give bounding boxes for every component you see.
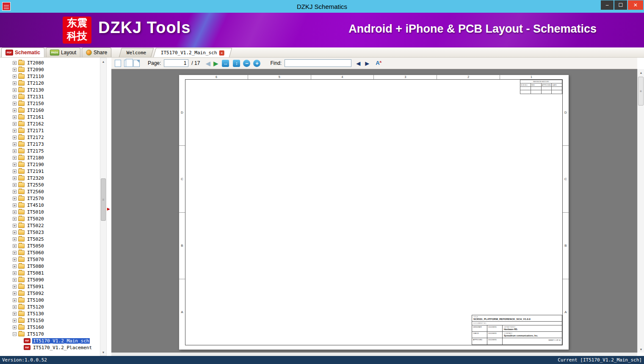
expand-icon[interactable]: +	[13, 278, 17, 282]
expand-icon[interactable]: +	[13, 231, 17, 234]
tree-folder-it2131[interactable]: +IT2131	[13, 93, 100, 100]
sidebar-scrollbar[interactable]: ▲ ≡ ▼	[100, 58, 107, 356]
expand-icon[interactable]: +	[13, 142, 17, 146]
tab-share[interactable]: Share	[82, 47, 111, 57]
expand-icon[interactable]: +	[13, 292, 17, 295]
tree-folder-it5092[interactable]: +IT5092	[13, 290, 100, 297]
expand-icon[interactable]: +	[13, 176, 17, 180]
fit-page-button[interactable]: ↕	[233, 60, 240, 67]
find-next-icon[interactable]: ▶	[365, 60, 369, 67]
tree-folder-it5010[interactable]: +IT5010	[13, 208, 100, 215]
tree-folder-it5025[interactable]: +IT5025	[13, 236, 100, 242]
tree-folder-it2161[interactable]: +IT2161	[13, 114, 100, 120]
expand-icon[interactable]: +	[13, 81, 17, 85]
tree-folder-it2162[interactable]: +IT2162	[13, 120, 100, 127]
expand-icon[interactable]: +	[13, 122, 17, 126]
tree-folder-it2130[interactable]: +IT2130	[13, 86, 100, 93]
tree-folder-it2080[interactable]: +IT2080	[13, 59, 100, 66]
expand-icon[interactable]: +	[13, 108, 17, 112]
tree-folder-it2110[interactable]: +IT2110	[13, 73, 100, 80]
expand-icon[interactable]: +	[13, 271, 17, 275]
tree-folder-it5150[interactable]: +IT5150	[13, 317, 100, 324]
tree-folder-it5023[interactable]: +IT5023	[13, 229, 100, 236]
minimize-button[interactable]: –	[601, 0, 614, 10]
font-size-icon[interactable]: Aa	[376, 60, 381, 66]
tree-folder-it2180[interactable]: +IT2180	[13, 154, 100, 161]
close-button[interactable]: ✕	[628, 0, 643, 10]
document-scrollbar[interactable]: ▲ ≡ ▼	[637, 69, 644, 353]
tree-folder-it2120[interactable]: +IT2120	[13, 80, 100, 86]
doc-tab-welcome[interactable]: Welcome	[119, 48, 154, 57]
scroll-up-icon[interactable]: ▲	[100, 58, 106, 65]
tree-folder-it2550[interactable]: +IT2550	[13, 181, 100, 188]
expand-icon[interactable]: +	[13, 203, 17, 207]
expand-icon[interactable]: +	[13, 244, 17, 248]
expand-icon[interactable]: +	[13, 183, 17, 187]
expand-icon[interactable]: +	[13, 305, 17, 309]
tree-folder-it5091[interactable]: +IT5091	[13, 283, 100, 290]
multi-page-view-icon[interactable]	[133, 60, 140, 67]
expand-icon[interactable]: +	[13, 169, 17, 173]
expand-icon[interactable]: +	[13, 217, 17, 221]
fit-width-button[interactable]: ↔	[222, 60, 229, 67]
tab-layout[interactable]: PADS Layout	[46, 47, 80, 57]
scroll-down-icon[interactable]: ▼	[100, 349, 106, 356]
zoom-in-button[interactable]: +	[253, 60, 260, 67]
tree-folder-it5020[interactable]: +IT5020	[13, 215, 100, 222]
tree-folder-it5090[interactable]: +IT5090	[13, 276, 100, 283]
tree-folder-it2150[interactable]: +IT2150	[13, 100, 100, 107]
expand-icon[interactable]: +	[13, 264, 17, 268]
tree-folder-it2173[interactable]: +IT2173	[13, 141, 100, 147]
expand-icon[interactable]: +	[13, 115, 17, 119]
expand-icon[interactable]: +	[13, 325, 17, 329]
expand-icon[interactable]: +	[13, 319, 17, 322]
expand-icon[interactable]: +	[13, 210, 17, 214]
expand-icon[interactable]: +	[13, 197, 17, 200]
expand-icon[interactable]: +	[13, 298, 17, 302]
tree-folder-it2320[interactable]: +IT2320	[13, 175, 100, 181]
tree-folder-it2160[interactable]: +IT2160	[13, 107, 100, 114]
tree-folder-it2560[interactable]: +IT2560	[13, 188, 100, 195]
maximize-button[interactable]: ☐	[614, 0, 627, 10]
doc-tab-it5170-main-sch[interactable]: IT5170_V1.2_Main_sch ×	[153, 48, 232, 57]
tree-folder-it5080[interactable]: +IT5080	[13, 263, 100, 270]
tree-file-it5170_v1.2_placement[interactable]: PDFIT5170_V1.2_Placement	[13, 344, 100, 351]
tree-file-it5170_v1.2_main_sch[interactable]: PDFIT5170_V1.2_Main_sch	[13, 337, 100, 344]
tree-folder-it2090[interactable]: +IT2090	[13, 66, 100, 73]
expand-icon[interactable]: +	[13, 237, 17, 241]
collapse-icon[interactable]: −	[13, 332, 17, 336]
expand-icon[interactable]: +	[13, 251, 17, 255]
tree-folder-it5070[interactable]: +IT5070	[13, 256, 100, 263]
tree-folder-it4510[interactable]: +IT4510	[13, 202, 100, 208]
tree-folder-it5100[interactable]: +IT5100	[13, 297, 100, 303]
tree-folder-it5050[interactable]: +IT5050	[13, 242, 100, 249]
tree-folder-it5060[interactable]: +IT5060	[13, 249, 100, 256]
next-page-button[interactable]: ▶	[213, 60, 218, 67]
sidebar-collapse-arrow-icon[interactable]: ▶	[107, 207, 110, 211]
expand-icon[interactable]: +	[13, 149, 17, 153]
expand-icon[interactable]: +	[13, 156, 17, 160]
expand-icon[interactable]: +	[13, 129, 17, 133]
tab-schematic[interactable]: PDF Schematic	[1, 47, 44, 57]
zoom-out-button[interactable]: −	[243, 60, 250, 67]
tree-folder-it2175[interactable]: +IT2175	[13, 147, 100, 154]
expand-icon[interactable]: +	[13, 258, 17, 261]
tree-folder-it5120[interactable]: +IT5120	[13, 303, 100, 310]
tree-folder-it5170[interactable]: −IT5170	[13, 331, 100, 337]
two-page-view-icon[interactable]	[124, 60, 130, 67]
page-number-input[interactable]	[164, 59, 188, 67]
expand-icon[interactable]: +	[13, 190, 17, 194]
single-page-view-icon[interactable]	[115, 60, 121, 67]
expand-icon[interactable]: +	[13, 95, 17, 99]
sidebar-scrollbar-thumb[interactable]: ≡	[101, 178, 106, 221]
tree-folder-it5130[interactable]: +IT5130	[13, 310, 100, 317]
tree-folder-it5081[interactable]: +IT5081	[13, 270, 100, 276]
scroll-up-icon[interactable]: ▲	[638, 69, 644, 76]
expand-icon[interactable]: +	[13, 163, 17, 167]
expand-icon[interactable]: +	[13, 285, 17, 289]
document-area[interactable]: 654321 DCBA DCBA REVISION HISTORY ECN NO…	[111, 69, 637, 353]
expand-icon[interactable]: +	[13, 136, 17, 139]
expand-icon[interactable]: +	[13, 224, 17, 228]
expand-icon[interactable]: +	[13, 88, 17, 92]
expand-icon[interactable]: +	[13, 312, 17, 316]
